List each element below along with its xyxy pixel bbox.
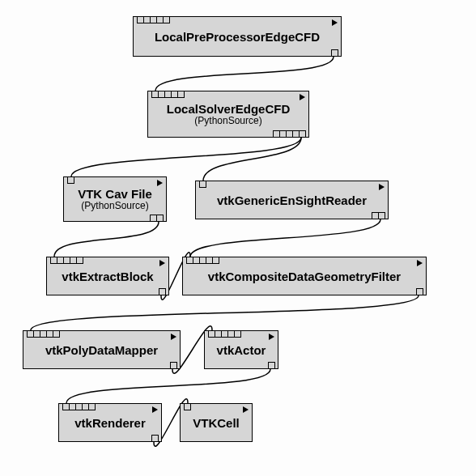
port[interactable] (177, 91, 185, 98)
edge-cav-extract (54, 222, 159, 257)
expand-icon[interactable] (300, 94, 305, 100)
expand-icon[interactable] (269, 334, 274, 340)
node-subtitle: (PythonSource) (64, 202, 166, 213)
port[interactable] (184, 403, 191, 410)
node-solver[interactable]: LocalSolverEdgeCFD(PythonSource) (147, 91, 309, 138)
port[interactable] (156, 215, 164, 222)
node-title: LocalSolverEdgeCFD(PythonSource) (148, 100, 308, 127)
node-polymapper[interactable]: vtkPolyDataMapper (23, 330, 181, 369)
node-title: vtkPolyDataMapper (23, 342, 180, 357)
node-cav[interactable]: VTK Cav File(PythonSource) (63, 176, 167, 222)
port[interactable] (159, 288, 166, 295)
port[interactable] (76, 257, 83, 264)
edge-actor-renderer (66, 369, 270, 403)
port[interactable] (151, 435, 159, 442)
port[interactable] (88, 403, 96, 410)
expand-icon[interactable] (379, 184, 385, 190)
port[interactable] (53, 330, 60, 338)
node-title: vtkActor (205, 342, 278, 357)
node-ensight[interactable]: vtkGenericEnSightReader (195, 181, 389, 219)
node-preproc[interactable]: LocalPreProcessorEdgeCFD (133, 16, 342, 57)
port[interactable] (378, 212, 385, 219)
node-subtitle: (PythonSource) (148, 117, 308, 128)
node-renderer[interactable]: vtkRenderer (58, 403, 162, 442)
port[interactable] (212, 257, 219, 264)
port[interactable] (331, 49, 338, 57)
expand-icon[interactable] (159, 260, 165, 266)
port[interactable] (170, 362, 177, 369)
node-extract[interactable]: vtkExtractBlock (46, 257, 169, 295)
expand-icon[interactable] (332, 19, 338, 26)
expand-icon[interactable] (171, 334, 176, 340)
node-title: vtkGenericEnSightReader (196, 192, 388, 207)
port[interactable] (416, 288, 423, 295)
port[interactable] (199, 181, 206, 188)
node-title: VTK Cav File(PythonSource) (64, 185, 166, 212)
port[interactable] (163, 16, 170, 23)
port[interactable] (299, 130, 306, 138)
node-cell[interactable]: VTKCell (180, 403, 253, 442)
edge-preproc-solver (155, 57, 334, 91)
edge-composite-polymapper (31, 295, 419, 330)
node-title: LocalPreProcessorEdgeCFD (134, 28, 341, 44)
edge-solver-ensight (203, 138, 301, 181)
node-composite[interactable]: vtkCompositeDataGeometryFilter (182, 257, 427, 295)
node-title: vtkRenderer (59, 414, 161, 430)
port[interactable] (234, 330, 241, 338)
node-title: VTKCell (181, 414, 252, 430)
node-actor[interactable]: vtkActor (204, 330, 278, 369)
expand-icon[interactable] (243, 406, 249, 413)
expand-icon[interactable] (152, 406, 158, 413)
node-title: vtkCompositeDataGeometryFilter (183, 268, 426, 283)
expand-icon[interactable] (417, 260, 423, 266)
edge-solver-cav (71, 138, 301, 176)
port[interactable] (67, 176, 74, 184)
edge-ensight-composite (190, 219, 380, 257)
node-title: vtkExtractBlock (47, 268, 168, 283)
port[interactable] (268, 362, 275, 369)
